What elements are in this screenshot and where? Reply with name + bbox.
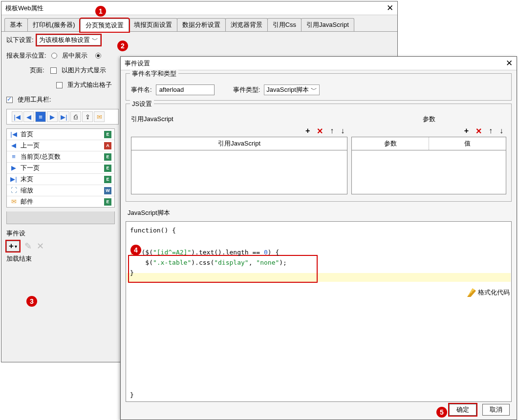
- code-editor[interactable]: function() { if ($("[id^=A2]").text().le…: [126, 221, 512, 402]
- report-pos-label: 报表显示位置:: [6, 51, 46, 60]
- badge-pdf-icon: A: [104, 142, 111, 149]
- tb-mail-icon[interactable]: ✉: [94, 111, 105, 122]
- refjs-actions: + ✕ ↑ ↓: [131, 126, 347, 137]
- plus-icon: +: [9, 241, 14, 251]
- tb-export-icon[interactable]: ⇪: [82, 111, 93, 122]
- tab-printer[interactable]: 打印机(服务器): [27, 18, 81, 31]
- chk-grid[interactable]: [56, 82, 63, 88]
- tab-browser-bg[interactable]: 浏览器背景: [225, 18, 268, 31]
- close-icon[interactable]: ✕: [506, 59, 513, 67]
- group2-legend: JS设置: [130, 100, 154, 108]
- nav-first[interactable]: |◀首页E: [7, 129, 114, 140]
- tab-ref-js[interactable]: 引用JavaScript: [301, 18, 354, 31]
- nav-page[interactable]: ≡当前页/总页数E: [7, 151, 114, 163]
- marker-1: 1: [95, 6, 106, 17]
- group1-legend: 事件名字和类型: [130, 69, 178, 78]
- tab-ref-css[interactable]: 引用Css: [267, 18, 302, 31]
- format-code-link[interactable]: 格式化代码: [467, 288, 510, 297]
- tb-next-icon[interactable]: ▶: [47, 111, 58, 122]
- tb-prev-icon[interactable]: ◀: [23, 111, 34, 122]
- fn-close: }: [130, 391, 134, 399]
- badge-e-icon: E: [104, 165, 111, 172]
- setting-label: 以下设置:: [6, 36, 34, 44]
- dialog-buttons: 确定 取消: [449, 404, 510, 416]
- plus-icon[interactable]: +: [305, 126, 310, 136]
- group-event-name-type: 事件名字和类型 事件名: afterload 事件类型: JavaScript脚…: [126, 73, 512, 101]
- event-settings-dialog: 事件设置 ✕ 事件名字和类型 事件名: afterload 事件类型: Java…: [120, 56, 517, 420]
- event-type-select[interactable]: JavaScript脚本 ﹀: [264, 84, 320, 95]
- badge-e-icon: E: [104, 131, 111, 138]
- plus-icon[interactable]: +: [464, 126, 469, 136]
- marker-4: 4: [130, 245, 141, 255]
- badge-e-icon: E: [104, 198, 111, 206]
- tab-basic[interactable]: 基本: [4, 18, 28, 31]
- ok-button[interactable]: 确定: [449, 404, 476, 416]
- param-body[interactable]: [351, 150, 506, 194]
- value-col-head: 值: [429, 137, 506, 150]
- marker-2: 2: [117, 41, 128, 51]
- back-tabs: 基本 打印机(服务器) 分页预览设置 填报页面设置 数据分析设置 浏览器背景 引…: [1, 15, 397, 32]
- badge-w-icon: W: [104, 187, 111, 194]
- delete-icon[interactable]: ✕: [317, 126, 323, 136]
- delete-icon[interactable]: ✕: [37, 241, 44, 252]
- param-box: 参数 + ✕ ↑ ↓ 参数 值: [351, 115, 506, 194]
- chevron-down-icon: ﹀: [92, 36, 98, 44]
- refjs-col-head: 引用JavaScript: [131, 137, 347, 150]
- tab-data-analysis[interactable]: 数据分析设置: [177, 18, 226, 31]
- fn-open: function() {: [126, 222, 511, 234]
- tb-first-icon[interactable]: |◀: [12, 111, 22, 122]
- setting-select[interactable]: 为该模板单独设置 ﹀: [37, 35, 101, 45]
- mini-toolbar: |◀ ◀ ≡ ▶ ▶| ⎙ ⇪ ✉: [6, 109, 119, 125]
- marker-5: 5: [436, 407, 447, 418]
- nav-next[interactable]: ▶下一页E: [7, 163, 114, 174]
- nav-zoom[interactable]: ⛶缩放W: [7, 185, 114, 196]
- arrow-up-icon[interactable]: ↑: [330, 126, 334, 136]
- arrow-down-icon[interactable]: ↓: [499, 126, 503, 136]
- close-icon[interactable]: ✕: [387, 4, 393, 12]
- setting-row: 以下设置: 为该模板单独设置 ﹀: [1, 32, 397, 48]
- radio-other[interactable]: [95, 53, 101, 59]
- badge-e-icon: E: [104, 153, 111, 161]
- tb-print-icon[interactable]: ⎙: [70, 111, 81, 122]
- radio-center[interactable]: [51, 53, 57, 59]
- chevron-down-icon: ﹀: [311, 85, 317, 94]
- edit-icon[interactable]: ✎: [24, 241, 32, 252]
- js-script-label: JavaScript脚本: [128, 209, 512, 217]
- arrow-up-icon[interactable]: ↑: [489, 126, 493, 136]
- chk-toolbar[interactable]: [6, 97, 13, 103]
- marker-3: 3: [26, 296, 37, 307]
- back-titlebar: 模板Web属性 ✕: [1, 1, 397, 15]
- back-title: 模板Web属性: [5, 4, 44, 13]
- nav-footer: [6, 211, 115, 224]
- nav-last[interactable]: ▶|末页E: [7, 174, 114, 185]
- param-label: 参数: [351, 115, 506, 124]
- brush-icon: [467, 288, 476, 297]
- param-actions: + ✕ ↑ ↓: [351, 126, 506, 137]
- badge-e-icon: E: [104, 176, 111, 183]
- dlg-titlebar: 事件设置 ✕: [121, 57, 517, 70]
- add-event-button[interactable]: + ▾: [6, 241, 20, 252]
- delete-icon[interactable]: ✕: [475, 126, 482, 136]
- event-type-label: 事件类型:: [233, 85, 260, 94]
- event-name-input[interactable]: afterload: [156, 84, 215, 95]
- tab-fill-page[interactable]: 填报页面设置: [129, 18, 177, 31]
- event-name-label: 事件名:: [131, 85, 152, 94]
- page-label: 页面:: [30, 66, 44, 75]
- chk-img[interactable]: [50, 67, 57, 74]
- tb-last-icon[interactable]: ▶|: [59, 111, 69, 122]
- arrow-down-icon[interactable]: ↓: [341, 126, 345, 136]
- nav-prev[interactable]: ◀上一页A: [7, 140, 114, 151]
- param-col-head: 参数: [352, 137, 429, 150]
- refjs-body[interactable]: [131, 150, 347, 194]
- nav-list: |◀首页E ◀上一页A ≡当前页/总页数E ▶下一页E ▶|末页E ⛶缩放W ✉…: [6, 128, 115, 208]
- ref-js-box: 引用JavaScript + ✕ ↑ ↓ 引用JavaScript: [131, 115, 347, 194]
- group-js-settings: JS设置 引用JavaScript + ✕ ↑ ↓ 引用JavaScript 参…: [126, 104, 512, 202]
- tb-list-icon[interactable]: ≡: [35, 111, 46, 122]
- dlg-title: 事件设置: [125, 59, 150, 68]
- ref-js-label: 引用JavaScript: [131, 115, 347, 124]
- nav-mail[interactable]: ✉邮件E: [7, 196, 114, 207]
- chevron-down-icon: ▾: [15, 244, 17, 249]
- cancel-button[interactable]: 取消: [482, 404, 510, 416]
- tab-page-preview[interactable]: 分页预览设置: [80, 19, 129, 32]
